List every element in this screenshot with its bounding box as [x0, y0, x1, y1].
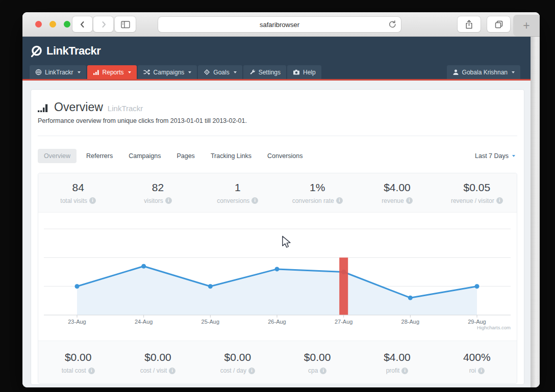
- stat-value: $4.00: [384, 181, 411, 194]
- caret-down-icon: [78, 71, 81, 73]
- data-point-29-aug[interactable]: [475, 284, 480, 289]
- bar-chart-icon: [93, 69, 99, 75]
- stat-visitors: 82visitorsi: [118, 173, 197, 212]
- sidebar-icon: [120, 20, 131, 29]
- data-point-23-aug[interactable]: [75, 284, 80, 289]
- stat-label-text: cost / visit: [140, 367, 167, 374]
- nav-item-linktrackr[interactable]: LinkTrackr: [30, 65, 86, 79]
- nav-item-reports[interactable]: Reports: [87, 65, 137, 79]
- tab-referrers[interactable]: Referrers: [80, 149, 119, 163]
- info-icon[interactable]: i: [406, 197, 413, 204]
- shuffle-icon: [143, 69, 150, 75]
- stat-label-text: total cost: [62, 367, 86, 374]
- stat-value: $0.05: [464, 181, 491, 194]
- tab-pages[interactable]: Pages: [170, 149, 200, 163]
- nav-item-label: Help: [303, 69, 316, 76]
- stat-label-text: conversions: [217, 197, 249, 204]
- page-title-suffix: LinkTrackr: [108, 104, 143, 114]
- address-bar[interactable]: safaribrowser: [158, 17, 401, 32]
- stat-label: revenuei: [382, 197, 412, 204]
- stat-label: conversionsi: [217, 197, 258, 204]
- stat-roi: 400%roii: [437, 341, 517, 384]
- tab-tracking-links[interactable]: Tracking Links: [205, 149, 258, 163]
- stat-revenue: $4.00revenuei: [357, 173, 437, 212]
- stat-cost-day: $0.00cost / dayi: [198, 341, 278, 384]
- new-tab-button[interactable]: +: [513, 15, 540, 36]
- chart-credits[interactable]: Highcharts.com: [477, 325, 511, 330]
- zoom-window-button[interactable]: [64, 21, 70, 28]
- tab-campaigns[interactable]: Campaigns: [122, 149, 167, 163]
- data-point-25-aug[interactable]: [208, 284, 213, 289]
- info-icon[interactable]: i: [89, 197, 96, 204]
- close-window-button[interactable]: [35, 21, 42, 28]
- stat-value: $4.00: [384, 351, 411, 363]
- report-header: Overview LinkTrackr Performance overview…: [38, 90, 517, 136]
- user-name: Gobala Krishnan: [462, 69, 508, 76]
- info-icon[interactable]: i: [478, 368, 485, 374]
- diamond-icon: [204, 69, 210, 75]
- nav-item-settings[interactable]: Settings: [243, 65, 286, 79]
- highlight-column-27-aug[interactable]: [339, 257, 348, 315]
- stat-label-text: cost / day: [220, 367, 246, 374]
- stats-row-top: 84total visitsi82visitorsi1conversionsi1…: [38, 173, 517, 213]
- tab-conversions[interactable]: Conversions: [261, 149, 309, 163]
- info-icon[interactable]: i: [165, 197, 172, 204]
- window-edge-strip: [531, 37, 540, 387]
- stat-label: cpai: [308, 367, 326, 374]
- stat-label: total visitsi: [60, 197, 96, 204]
- share-icon: [465, 19, 473, 30]
- stat-label-text: revenue / visitor: [451, 197, 494, 204]
- user-menu[interactable]: Gobala Krishnan: [447, 65, 520, 79]
- tab-overview[interactable]: Overview: [38, 149, 77, 163]
- stat-value: 400%: [463, 351, 491, 363]
- stat-value: $0.00: [144, 351, 171, 363]
- stat-profit: $4.00profiti: [357, 341, 437, 384]
- stat-label: profiti: [386, 367, 409, 374]
- stat-label-text: roi: [469, 367, 476, 374]
- share-button[interactable]: [458, 16, 481, 32]
- user-icon: [452, 69, 459, 75]
- main-navbar: LinkTrackrReportsCampaignsGoalsSettingsH…: [22, 65, 531, 81]
- reload-icon[interactable]: [388, 20, 396, 29]
- page-area: Overview LinkTrackr Performance overview…: [22, 81, 531, 385]
- nav-item-label: Campaigns: [154, 69, 185, 76]
- sidebar-button[interactable]: [115, 16, 136, 32]
- stat-label: visitorsi: [144, 197, 171, 204]
- report-card: Overview LinkTrackr Performance overview…: [31, 89, 524, 385]
- wrench-icon: [249, 69, 256, 75]
- stat-value: 82: [152, 181, 164, 194]
- data-point-28-aug[interactable]: [408, 296, 413, 300]
- stat-total-visits: 84total visitsi: [38, 173, 118, 212]
- globe-icon: [35, 69, 42, 75]
- stat-revenue-visitor: $0.05revenue / visitori: [437, 173, 517, 212]
- data-point-26-aug[interactable]: [275, 267, 280, 271]
- forward-button[interactable]: [93, 16, 113, 32]
- logo-text: LinkTrackr: [46, 44, 100, 58]
- stat-value: 1: [235, 181, 241, 194]
- info-icon[interactable]: i: [248, 368, 255, 374]
- nav-item-goals[interactable]: Goals: [198, 65, 242, 79]
- info-icon[interactable]: i: [496, 197, 503, 204]
- info-icon[interactable]: i: [401, 368, 408, 374]
- info-icon[interactable]: i: [169, 368, 175, 374]
- info-icon[interactable]: i: [88, 368, 95, 374]
- stat-value: 1%: [310, 181, 325, 194]
- nav-item-campaigns[interactable]: Campaigns: [138, 65, 197, 79]
- date-range-selector[interactable]: Last 7 Days: [475, 152, 517, 160]
- caret-down-icon: [128, 71, 131, 73]
- info-icon[interactable]: i: [336, 197, 343, 204]
- info-icon[interactable]: i: [320, 368, 326, 374]
- stat-label: total costi: [62, 367, 95, 374]
- url-text: safaribrowser: [260, 21, 299, 29]
- stat-label: roii: [469, 367, 485, 374]
- info-icon[interactable]: i: [251, 197, 258, 204]
- linktrackr-logo[interactable]: LinkTrackr: [30, 44, 100, 58]
- nav-item-help[interactable]: Help: [287, 65, 321, 79]
- minimize-window-button[interactable]: [49, 21, 56, 28]
- visits-chart[interactable]: 23-Aug24-Aug25-Aug26-Aug27-Aug28-Aug29-A…: [38, 213, 517, 341]
- back-button[interactable]: [72, 16, 92, 32]
- show-tabs-button[interactable]: [487, 16, 510, 32]
- data-point-24-aug[interactable]: [141, 264, 146, 269]
- caret-down-icon: [188, 71, 191, 73]
- x-axis-label-23-aug: 23-Aug: [68, 319, 86, 325]
